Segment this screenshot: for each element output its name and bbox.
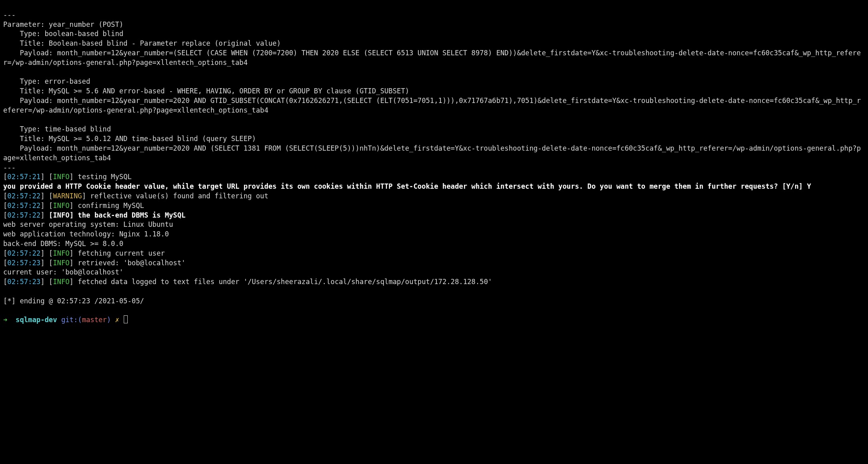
tech-line: web application technology: Nginx 1.18.0 bbox=[3, 230, 169, 238]
injection-type-line: Type: boolean-based blind bbox=[3, 30, 123, 38]
log-message: fetched data logged to text files under … bbox=[74, 278, 492, 286]
current-user-line: current user: 'bob@localhost' bbox=[3, 268, 123, 276]
log-level-info: INFO bbox=[53, 173, 69, 181]
injection-type-line: Type: time-based blind bbox=[3, 125, 111, 133]
timestamp: 02:57:21 bbox=[7, 173, 40, 181]
separator: --- bbox=[3, 163, 16, 171]
log-message: testing MySQL bbox=[74, 173, 132, 181]
shell-prompt[interactable]: ➜ sqlmap-dev git:(master) ✗ bbox=[3, 316, 128, 324]
prompt-arrow-icon: ➜ bbox=[3, 316, 16, 324]
injection-title-line: Title: MySQL >= 5.6 AND error-based - WH… bbox=[3, 87, 409, 95]
log-line: [02:57:23] [INFO] retrieved: 'bob@localh… bbox=[3, 259, 185, 267]
injection-title-line: Title: MySQL >= 5.0.12 AND time-based bl… bbox=[3, 135, 256, 143]
log-line: [02:57:22] [INFO] fetching current user bbox=[3, 249, 165, 257]
separator: --- bbox=[3, 11, 16, 19]
injection-payload-line: Payload: month_number=12&year_number=202… bbox=[3, 97, 861, 114]
log-level-info: INFO bbox=[53, 278, 69, 286]
log-line: [02:57:23] [INFO] fetched data logged to… bbox=[3, 278, 492, 286]
prompt-dirty-icon: ✗ bbox=[115, 316, 123, 324]
log-level-info: INFO bbox=[53, 249, 69, 257]
parameter-header: Parameter: year_number (POST) bbox=[3, 20, 123, 28]
log-message: confirming MySQL bbox=[74, 202, 144, 210]
interactive-prompt[interactable]: you provided a HTTP Cookie header value,… bbox=[3, 182, 811, 190]
prompt-directory: sqlmap-dev bbox=[16, 316, 57, 324]
log-level-info: INFO bbox=[53, 211, 69, 219]
timestamp: 02:57:22 bbox=[7, 202, 40, 210]
timestamp: 02:57:22 bbox=[7, 249, 40, 257]
log-line: [02:57:22] [WARNING] reflective value(s)… bbox=[3, 192, 268, 200]
log-line: [02:57:22] [INFO] confirming MySQL bbox=[3, 202, 144, 210]
log-message: reflective value(s) found and filtering … bbox=[86, 192, 268, 200]
injection-payload-line: Payload: month_number=12&year_number=(SE… bbox=[3, 49, 861, 67]
timestamp: 02:57:23 bbox=[7, 259, 40, 267]
log-line: [02:57:21] [INFO] testing MySQL bbox=[3, 173, 132, 181]
log-level-info: INFO bbox=[53, 202, 69, 210]
timestamp: 02:57:22 bbox=[7, 211, 40, 219]
injection-type-line: Type: error-based bbox=[3, 77, 90, 85]
prompt-git-branch: master bbox=[82, 316, 107, 324]
os-line: web server operating system: Linux Ubunt… bbox=[3, 220, 173, 228]
log-line: [02:57:22] [INFO] the back-end DBMS is M… bbox=[3, 211, 185, 219]
dbms-line: back-end DBMS: MySQL >= 8.0.0 bbox=[3, 240, 123, 248]
terminal-output[interactable]: --- Parameter: year_number (POST) Type: … bbox=[0, 0, 868, 325]
ending-line: [*] ending @ 02:57:23 /2021-05-05/ bbox=[3, 297, 144, 305]
cursor-icon bbox=[124, 315, 128, 323]
injection-payload-line: Payload: month_number=12&year_number=202… bbox=[3, 144, 861, 162]
prompt-git-close: ) bbox=[107, 316, 115, 324]
log-level-info: INFO bbox=[53, 259, 69, 267]
log-message: retrieved: 'bob@localhost' bbox=[74, 259, 185, 267]
prompt-git-label: git:( bbox=[57, 316, 82, 324]
injection-title-line: Title: Boolean-based blind - Parameter r… bbox=[3, 39, 281, 47]
log-message: fetching current user bbox=[74, 249, 165, 257]
timestamp: 02:57:23 bbox=[7, 278, 40, 286]
timestamp: 02:57:22 bbox=[7, 192, 40, 200]
log-message: the back-end DBMS is MySQL bbox=[74, 211, 185, 219]
log-level-warning: WARNING bbox=[53, 192, 82, 200]
